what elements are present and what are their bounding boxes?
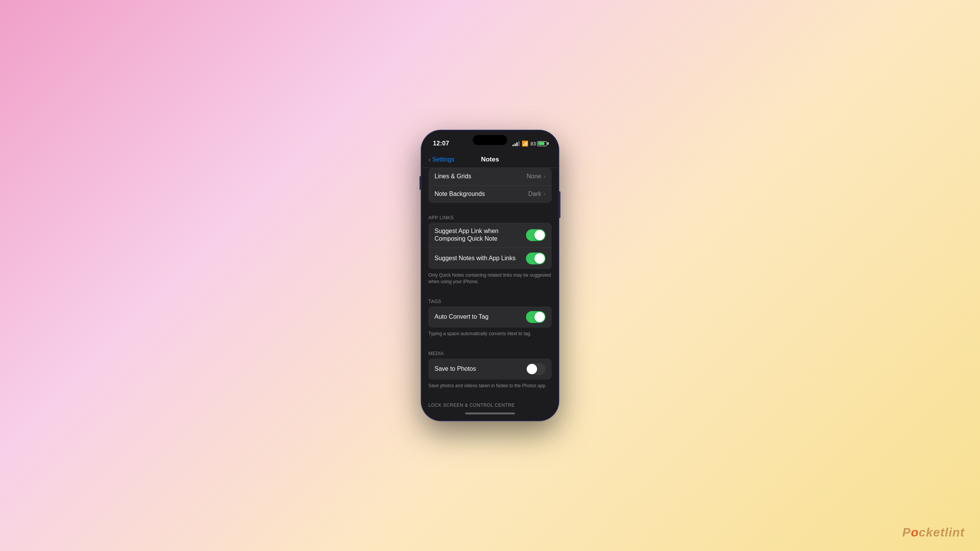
phone-device: 12:07 📶 83 ‹	[421, 130, 559, 421]
settings-content: Lines & Grids None › Note Backgrounds Da…	[422, 168, 558, 407]
appearance-section: Lines & Grids None › Note Backgrounds Da…	[422, 168, 558, 203]
watermark: Pocketlint	[902, 525, 965, 540]
save-to-photos-label: Save to Photos	[434, 365, 526, 373]
tags-footer: Typing a space automatically converts #t…	[422, 328, 558, 339]
lock-screen-section: LOCK SCREEN & CONTROL CENTRE Access Note…	[422, 396, 558, 407]
tags-section-label: TAGS	[422, 293, 558, 306]
status-time: 12:07	[433, 140, 449, 147]
home-indicator	[422, 407, 558, 420]
lock-screen-section-label: LOCK SCREEN & CONTROL CENTRE	[422, 396, 558, 407]
note-backgrounds-row[interactable]: Note Backgrounds Dark ›	[428, 185, 552, 203]
lines-grids-row[interactable]: Lines & Grids None ›	[428, 168, 552, 185]
lines-grids-chevron-icon: ›	[544, 173, 546, 180]
home-bar	[465, 412, 515, 414]
appearance-table: Lines & Grids None › Note Backgrounds Da…	[428, 168, 552, 203]
battery-percentage: 83	[531, 141, 536, 147]
suggest-notes-app-links-toggle[interactable]	[526, 253, 546, 264]
tags-table: Auto Convert to Tag	[428, 306, 552, 328]
status-icons: 📶 83	[513, 140, 547, 147]
media-footer: Save photos and videos taken in Notes to…	[422, 380, 558, 391]
battery-indicator: 83	[531, 141, 547, 147]
note-backgrounds-label: Note Backgrounds	[434, 190, 528, 198]
battery-icon	[537, 141, 547, 146]
app-links-footer: Only Quick Notes containing related link…	[422, 269, 558, 287]
auto-convert-tag-toggle[interactable]	[526, 311, 546, 323]
phone-screen: 12:07 📶 83 ‹	[422, 131, 558, 420]
tags-section: TAGS Auto Convert to Tag Typing a space …	[422, 293, 558, 339]
media-section: MEDIA Save to Photos Save photos and vid…	[422, 345, 558, 391]
save-to-photos-toggle[interactable]	[526, 363, 546, 375]
wifi-icon: 📶	[522, 140, 528, 147]
note-backgrounds-chevron-icon: ›	[544, 191, 546, 197]
navigation-bar: ‹ Settings Notes	[422, 151, 558, 168]
suggest-app-link-toggle[interactable]	[526, 229, 546, 241]
note-backgrounds-value: Dark	[528, 191, 541, 197]
media-section-label: MEDIA	[422, 345, 558, 359]
suggest-notes-app-links-row[interactable]: Suggest Notes with App Links	[428, 248, 552, 269]
suggest-app-link-label: Suggest App Link when Composing Quick No…	[434, 227, 526, 243]
signal-icon	[513, 141, 519, 146]
back-button[interactable]: ‹ Settings	[428, 156, 454, 163]
media-table: Save to Photos	[428, 359, 552, 380]
app-links-table: Suggest App Link when Composing Quick No…	[428, 223, 552, 269]
save-to-photos-row[interactable]: Save to Photos	[428, 359, 552, 380]
auto-convert-tag-label: Auto Convert to Tag	[434, 313, 526, 321]
suggest-app-link-row[interactable]: Suggest App Link when Composing Quick No…	[428, 223, 552, 248]
dynamic-island	[473, 135, 507, 145]
lines-grids-value: None	[526, 173, 541, 180]
lines-grids-label: Lines & Grids	[434, 173, 526, 181]
auto-convert-tag-row[interactable]: Auto Convert to Tag	[428, 306, 552, 328]
back-chevron-icon: ‹	[428, 156, 431, 163]
suggest-notes-app-links-label: Suggest Notes with App Links	[434, 254, 526, 262]
app-links-section: APP LINKS Suggest App Link when Composin…	[422, 209, 558, 287]
status-bar: 12:07 📶 83	[422, 131, 558, 151]
page-title: Notes	[481, 156, 499, 163]
app-links-section-label: APP LINKS	[422, 209, 558, 223]
back-label: Settings	[432, 156, 454, 163]
